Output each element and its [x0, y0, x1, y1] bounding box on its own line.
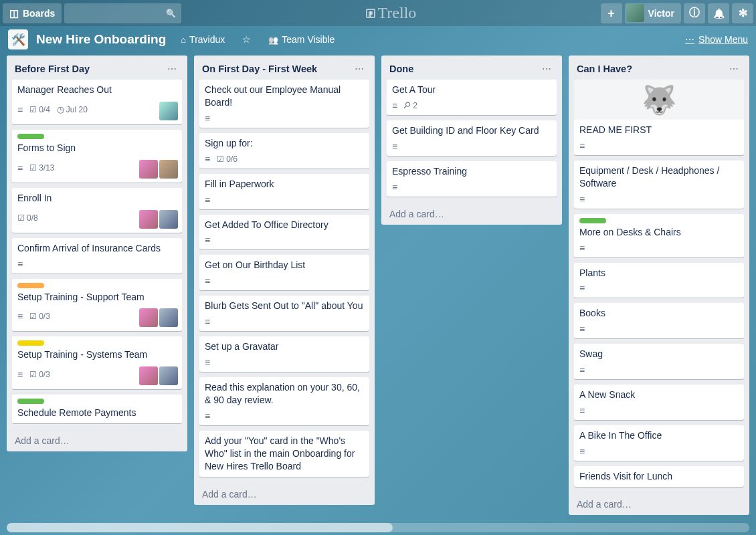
add-card-button[interactable]: Add a card… — [569, 494, 749, 515]
card[interactable]: Read this explanation on your 30, 60, & … — [199, 377, 369, 425]
card[interactable]: 🐺READ ME FIRST — [574, 80, 744, 155]
board-canvas[interactable]: Before First DayManager Reaches Out0/4Ju… — [0, 53, 756, 535]
description-badge — [205, 411, 210, 421]
description-icon — [392, 182, 397, 193]
card-label — [17, 283, 44, 288]
card[interactable]: Books — [574, 303, 744, 338]
card[interactable]: Schedule Remote Payments — [12, 395, 182, 423]
card-badges — [579, 364, 739, 375]
settings-button[interactable] — [732, 3, 753, 23]
card[interactable]: A New Snack — [574, 385, 744, 420]
card[interactable]: Enroll In0/8 — [12, 188, 182, 233]
card[interactable]: Forms to Sign3/13 — [12, 130, 182, 183]
member-avatar[interactable] — [159, 102, 178, 120]
card-badges — [579, 446, 739, 457]
card-badges: 0/4Jul 20 — [17, 100, 177, 119]
member-avatar[interactable] — [139, 366, 158, 385]
card-title: Sign up for: — [205, 137, 364, 150]
org-button[interactable]: Travidux — [174, 30, 231, 49]
card[interactable]: Setup Training - Support Team0/3 — [12, 279, 182, 332]
description-icon — [579, 405, 585, 416]
card[interactable]: Setup Training - Systems Team0/3 — [12, 336, 182, 389]
list-menu-button[interactable] — [727, 62, 741, 76]
card-title: Espresso Training — [392, 165, 551, 178]
card[interactable]: Check out our Employee Manual Board! — [199, 80, 369, 128]
info-icon — [689, 6, 700, 20]
member-avatar[interactable] — [139, 308, 158, 327]
member-avatar[interactable] — [159, 366, 178, 385]
card-badges — [579, 405, 739, 416]
list-header: Can I Have? — [569, 56, 749, 80]
attachment-badge: 2 — [404, 100, 417, 110]
list-title[interactable]: Done — [389, 64, 539, 74]
description-badge — [205, 195, 210, 205]
info-button[interactable] — [684, 3, 705, 23]
boards-button[interactable]: Boards — [3, 3, 62, 23]
description-icon — [17, 104, 23, 115]
card[interactable]: Espresso Training — [387, 161, 557, 197]
list-title[interactable]: Before First Day — [15, 64, 165, 74]
logo-icon — [366, 9, 375, 18]
search-icon — [166, 8, 176, 18]
card[interactable]: Plants — [574, 263, 744, 298]
card[interactable]: Manager Reaches Out0/4Jul 20 — [12, 80, 182, 124]
card-badges — [205, 235, 364, 245]
card[interactable]: Blurb Gets Sent Out to "All" about You — [199, 296, 369, 331]
user-menu[interactable]: Victor — [625, 3, 681, 23]
add-card-button[interactable]: Add a card… — [7, 430, 187, 451]
scrollbar-thumb[interactable] — [7, 523, 393, 532]
card[interactable]: Swag — [574, 344, 744, 379]
create-button[interactable] — [601, 3, 622, 23]
card[interactable]: Set up a Gravatar — [199, 336, 369, 372]
card-members — [139, 366, 178, 385]
card-title: A New Snack — [579, 389, 739, 401]
card[interactable]: A Bike In The Office — [574, 425, 744, 461]
member-avatar[interactable] — [159, 210, 178, 229]
card-title: Forms to Sign — [17, 142, 177, 154]
card-title: Check out our Employee Manual Board! — [205, 84, 364, 109]
card[interactable]: Get on Our Birthday List — [199, 255, 369, 290]
card[interactable]: Add your "You" card in the "Who's Who" l… — [199, 431, 369, 477]
description-badge — [205, 316, 210, 327]
description-icon — [205, 316, 210, 327]
card[interactable]: Sign up for:0/6 — [199, 133, 369, 169]
list-menu-button[interactable] — [352, 62, 367, 76]
card-title: Enroll In — [17, 192, 177, 205]
visibility-button[interactable]: Team Visible — [262, 30, 341, 49]
horizontal-scrollbar[interactable] — [7, 523, 749, 532]
member-avatar[interactable] — [159, 308, 178, 327]
list-menu-button[interactable] — [165, 62, 179, 76]
card-label — [579, 218, 606, 223]
card[interactable]: Get Added To Office Directory — [199, 215, 369, 250]
card[interactable]: Fill in Paperwork — [199, 174, 369, 209]
card[interactable]: Get Building ID and Floor Key Card — [387, 120, 557, 156]
description-icon — [579, 364, 585, 375]
list-title[interactable]: Can I Have? — [577, 64, 727, 74]
card-cover: 🐺 — [574, 80, 744, 120]
card[interactable]: Get A Tour2 — [387, 80, 557, 115]
show-menu-button[interactable]: Show Menu — [685, 34, 748, 45]
card[interactable]: Equipment / Desk / Headphones / Software — [574, 160, 744, 209]
description-icon — [205, 357, 210, 368]
card[interactable]: Friends Visit for Lunch — [574, 466, 744, 487]
member-avatar[interactable] — [139, 210, 158, 229]
star-button[interactable] — [235, 30, 258, 49]
card[interactable]: Confirm Arrival of Insurance Cards — [12, 238, 182, 274]
checklist-count: 0/8 — [27, 213, 38, 223]
add-card-button[interactable]: Add a card… — [381, 203, 562, 225]
card[interactable]: More on Desks & Chairs — [574, 214, 744, 257]
card-title: Blurb Gets Sent Out to "All" about You — [205, 300, 364, 312]
member-avatar[interactable] — [159, 160, 178, 179]
notifications-button[interactable] — [708, 3, 729, 23]
card-title: Get Building ID and Floor Key Card — [392, 124, 551, 137]
list-title[interactable]: On First Day - First Week — [202, 64, 352, 74]
card-badges — [205, 276, 364, 286]
add-card-button[interactable]: Add a card… — [194, 484, 375, 505]
card-badges — [205, 316, 364, 327]
member-avatar[interactable] — [139, 160, 158, 179]
checklist-badge: 0/3 — [29, 312, 50, 321]
search-input[interactable] — [64, 3, 181, 23]
description-icon — [579, 446, 585, 457]
list-menu-button[interactable] — [539, 62, 554, 76]
card-badges — [579, 140, 739, 151]
